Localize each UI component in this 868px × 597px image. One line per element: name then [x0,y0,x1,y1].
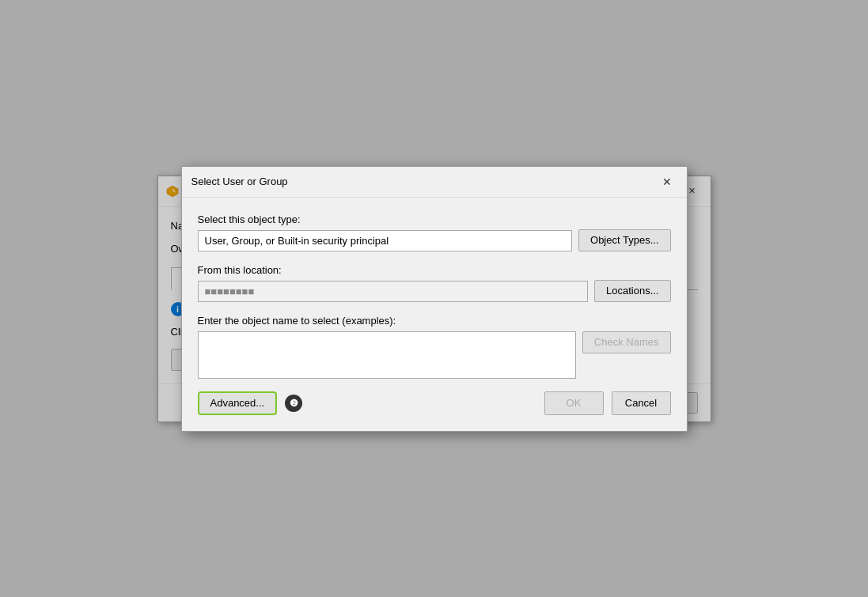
location-label: From this location: [198,264,589,276]
dialog-cancel-button[interactable]: Cancel [612,391,671,415]
dialog-footer: Advanced... ❷ OK Cancel [198,391,671,415]
locations-button[interactable]: Locations... [594,280,671,302]
check-names-button[interactable]: Check Names [582,331,671,353]
location-wrapper: From this location: [198,264,589,302]
dialog-body: Select this object type: Object Types...… [182,198,687,431]
object-name-label: Enter the object name to select (example… [198,315,671,327]
object-name-section: Enter the object name to select (example… [198,315,671,379]
object-types-button[interactable]: Object Types... [578,229,670,251]
dialog-title: Select User or Group [191,176,657,187]
location-row: From this location: Locations... [198,264,671,302]
select-user-dialog: Select User or Group ✕ Select this objec… [181,166,688,432]
object-type-input[interactable] [198,230,573,251]
dialog-ok-button[interactable]: OK [544,391,604,415]
location-input[interactable] [198,281,589,302]
object-type-wrapper: Select this object type: [198,213,573,251]
step-badge-2: ❷ [285,395,302,412]
dialog-close-button[interactable]: ✕ [657,173,677,191]
object-name-row: Check Names [198,331,671,379]
advanced-button[interactable]: Advanced... [198,391,278,415]
dialog-title-bar: Select User or Group ✕ [182,167,687,198]
object-type-label: Select this object type: [198,213,573,225]
object-type-row: Select this object type: Object Types... [198,213,671,251]
dialog-overlay: Select User or Group ✕ Select this objec… [0,0,868,597]
object-name-textarea[interactable] [198,331,576,379]
